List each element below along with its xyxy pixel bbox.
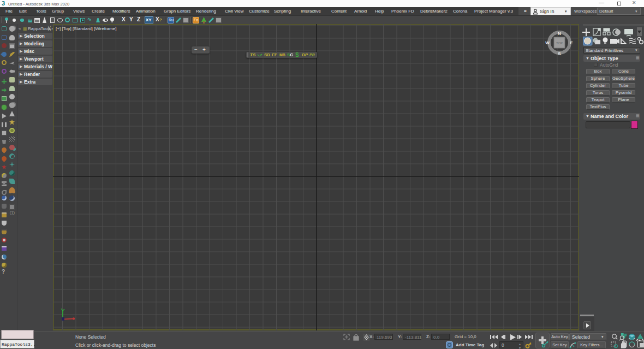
svg-text:E: E [570,40,573,45]
svg-text:TOP: TOP [556,42,563,45]
svg-text:N: N [558,31,561,36]
svg-text:W: W [545,40,550,45]
svg-text:S: S [558,51,561,56]
